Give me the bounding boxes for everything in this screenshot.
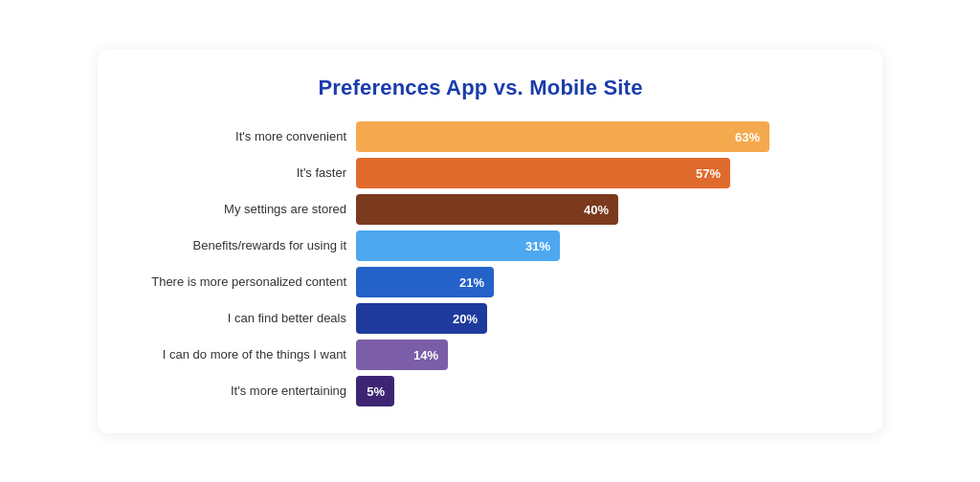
bar-wrapper: 14%: [356, 340, 844, 370]
bar-label: I can do more of the things I want: [117, 347, 346, 363]
bar-wrapper: 63%: [356, 121, 844, 152]
bar-wrapper: 20%: [356, 303, 844, 334]
bar-row: There is more personalized content21%: [117, 267, 844, 297]
bar-value: 14%: [413, 348, 438, 362]
bar-wrapper: 21%: [356, 267, 844, 297]
bar-value: 5%: [367, 384, 385, 399]
bar-wrapper: 40%: [356, 194, 844, 225]
bar: 63%: [356, 121, 769, 152]
bar: 57%: [356, 158, 730, 188]
bar-value: 40%: [584, 203, 609, 217]
bar-label: My settings are stored: [117, 202, 346, 218]
bar-label: I can find better deals: [117, 311, 346, 327]
chart-title: Preferences App vs. Mobile Site: [117, 76, 844, 100]
bar-wrapper: 5%: [356, 376, 844, 406]
bar-row: My settings are stored40%: [117, 194, 844, 225]
bar-value: 21%: [459, 275, 484, 290]
bar-label: It's more convenient: [117, 129, 346, 145]
bar-row: I can find better deals20%: [117, 303, 844, 334]
bar: 20%: [356, 303, 487, 334]
bar: 21%: [356, 267, 494, 297]
bar-label: It's more entertaining: [117, 383, 346, 400]
bar-label: It's faster: [117, 165, 346, 182]
bar: 40%: [356, 194, 618, 225]
chart-container: Preferences App vs. Mobile Site It's mor…: [98, 49, 882, 433]
bar-row: It's more entertaining5%: [117, 376, 844, 406]
bar-label: Benefits/rewards for using it: [117, 238, 346, 254]
bar-value: 57%: [696, 166, 721, 181]
bar-row: It's more convenient63%: [117, 121, 844, 152]
bar-value: 63%: [735, 130, 760, 144]
bar-row: Benefits/rewards for using it31%: [117, 230, 844, 261]
bar: 14%: [356, 340, 448, 370]
bar-row: I can do more of the things I want14%: [117, 340, 844, 370]
bar: 31%: [356, 230, 560, 261]
bar-wrapper: 57%: [356, 158, 844, 188]
bar-chart: It's more convenient63%It's faster57%My …: [117, 121, 844, 406]
bar-value: 31%: [525, 239, 550, 253]
bar-label: There is more personalized content: [117, 274, 346, 291]
bar-row: It's faster57%: [117, 158, 844, 188]
bar: 5%: [356, 376, 394, 406]
bar-wrapper: 31%: [356, 230, 844, 261]
bar-value: 20%: [453, 312, 478, 326]
